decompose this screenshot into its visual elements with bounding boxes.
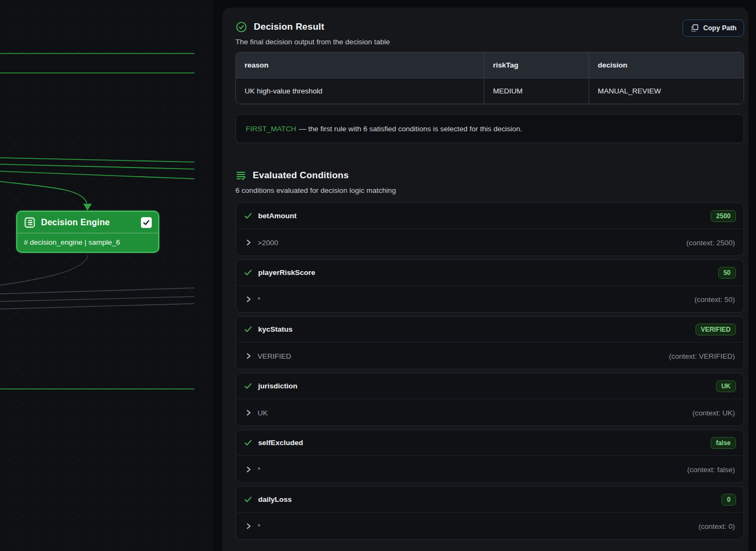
table-cell-reason: UK high-value threshold (236, 78, 484, 104)
check-icon (244, 212, 252, 220)
copy-icon (690, 24, 699, 32)
decision-result-table: reason riskTag decision UK high-value th… (235, 52, 744, 104)
circle-check-icon (235, 21, 247, 33)
chevron-right-icon[interactable] (245, 523, 252, 529)
condition-name: jurisdiction (258, 382, 298, 390)
decision-engine-node[interactable]: Decision Engine # decision_engine | samp… (16, 211, 159, 253)
edge-gray-curve-from-node (0, 255, 88, 285)
condition-value-badge: VERIFIED (696, 324, 736, 335)
condition-context: (context: UK) (692, 409, 735, 417)
condition-name: playerRiskScore (258, 268, 315, 277)
chevron-right-icon[interactable] (245, 239, 252, 246)
edge-green-curve-into-node (0, 182, 87, 203)
condition-context: (context: VERIFIED) (669, 352, 735, 360)
condition-card-playerriskscore: playerRiskScore 50 * (context: 50) (235, 259, 744, 313)
condition-expand-row[interactable]: * (context: false) (236, 456, 744, 483)
condition-header: kycStatus VERIFIED (236, 317, 744, 342)
decision-table-icon (24, 217, 36, 229)
condition-header: playerRiskScore 50 (236, 260, 744, 286)
condition-expand-row[interactable]: * (context: 50) (236, 286, 744, 313)
edge-green-fan-3 (0, 171, 194, 179)
condition-header: jurisdiction UK (236, 373, 744, 399)
condition-expression: * (258, 295, 260, 304)
condition-header: betAmount 2500 (236, 203, 744, 229)
condition-value-badge: false (711, 437, 736, 449)
table-header-row: reason riskTag decision (236, 52, 744, 78)
edge-arrowhead (83, 204, 92, 211)
decision-result-subtitle: The final decision output from the decis… (235, 38, 683, 46)
check-icon (244, 268, 252, 277)
condition-value-badge: 50 (718, 267, 736, 279)
check-icon (244, 382, 252, 390)
evaluated-conditions-title: Evaluated Conditions (253, 170, 349, 181)
evaluated-conditions-subtitle: 6 conditions evaluated for decision logi… (235, 186, 744, 194)
match-policy-text: — the first rule with 6 satisfied condit… (299, 125, 522, 133)
chevron-right-icon[interactable] (245, 466, 252, 473)
match-policy-name: FIRST_MATCH (246, 125, 296, 133)
edge-green-fan-2 (0, 164, 194, 169)
condition-name: dailyLoss (258, 495, 292, 503)
condition-header: dailyLoss 0 (236, 487, 744, 513)
condition-value-badge: UK (716, 380, 736, 392)
condition-card-list: betAmount 2500 >2000 (context: 2500) pla… (235, 203, 744, 540)
match-policy-note: FIRST_MATCH — the first rule with 6 sati… (235, 114, 744, 143)
condition-card-betamount: betAmount 2500 >2000 (context: 2500) (235, 203, 744, 256)
condition-context: (context: 0) (698, 522, 735, 530)
details-panel: Decision Result The final decision outpu… (222, 8, 748, 551)
condition-name: selfExcluded (258, 439, 303, 447)
condition-card-jurisdiction: jurisdiction UK UK (context: UK) (235, 373, 744, 426)
condition-context: (context: 2500) (686, 239, 735, 247)
node-title: Decision Engine (41, 218, 110, 227)
check-icon (244, 325, 252, 333)
decision-result-title: Decision Result (254, 22, 325, 32)
condition-expression: UK (258, 409, 268, 417)
node-subtitle: # decision_engine | sample_6 (17, 233, 158, 252)
chevron-right-icon[interactable] (245, 353, 252, 359)
chevron-right-icon[interactable] (245, 296, 252, 303)
decision-result-header-row: Decision Result The final decision outpu… (235, 19, 744, 46)
node-checkbox[interactable] (141, 217, 152, 228)
check-icon (244, 439, 252, 447)
flow-edges (0, 0, 214, 551)
check-icon (244, 495, 252, 503)
condition-expand-row[interactable]: >2000 (context: 2500) (236, 229, 744, 256)
table-header-risktag: riskTag (484, 52, 589, 78)
edge-gray-1 (0, 288, 194, 294)
table-header-decision: decision (589, 52, 744, 78)
condition-card-kycstatus: kycStatus VERIFIED VERIFIED (context: VE… (235, 316, 744, 369)
outgoing-gray-edges (0, 255, 194, 309)
table-row: UK high-value threshold MEDIUM MANUAL_RE… (236, 78, 744, 104)
edge-green-fan-1 (0, 158, 194, 162)
copy-path-button[interactable]: Copy Path (683, 19, 744, 37)
chevron-right-icon[interactable] (245, 409, 252, 416)
table-cell-risktag: MEDIUM (484, 78, 589, 104)
condition-expression: >2000 (258, 239, 278, 247)
condition-expression: * (258, 522, 260, 530)
condition-name: kycStatus (258, 325, 293, 333)
condition-value-badge: 0 (721, 494, 736, 506)
condition-header: selfExcluded false (236, 430, 744, 456)
flow-canvas[interactable]: Decision Engine # decision_engine | samp… (0, 0, 214, 551)
edge-gray-2 (0, 297, 194, 301)
edge-gray-3 (0, 304, 194, 309)
condition-expression: VERIFIED (258, 352, 291, 360)
condition-expand-row[interactable]: VERIFIED (context: VERIFIED) (236, 342, 744, 369)
condition-expand-row[interactable]: * (context: 0) (236, 513, 744, 540)
condition-value-badge: 2500 (711, 210, 736, 222)
condition-context: (context: 50) (694, 295, 735, 304)
evaluated-conditions-header: Evaluated Conditions 6 conditions evalua… (235, 168, 744, 194)
table-cell-decision: MANUAL_REVIEW (589, 78, 744, 104)
table-header-reason: reason (236, 52, 484, 78)
condition-card-selfexcluded: selfExcluded false * (context: false) (235, 429, 744, 483)
condition-context: (context: false) (687, 466, 735, 474)
copy-path-label: Copy Path (703, 24, 737, 32)
list-check-icon (235, 170, 246, 181)
node-header: Decision Engine (17, 212, 158, 233)
condition-expression: * (258, 466, 260, 474)
condition-expand-row[interactable]: UK (context: UK) (236, 399, 744, 426)
condition-card-dailyloss: dailyLoss 0 * (context: 0) (235, 486, 744, 540)
condition-name: betAmount (258, 212, 296, 220)
